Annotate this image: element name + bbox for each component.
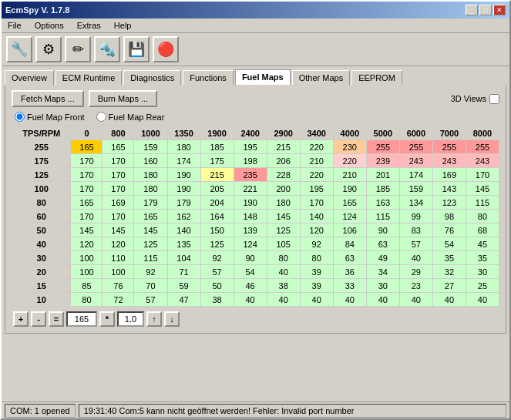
fuel-map-front-radio[interactable]: Fuel Map Front [15,112,85,122]
table-cell[interactable]: 160 [134,154,167,168]
table-cell[interactable]: 92 [200,251,234,265]
table-cell[interactable]: 120 [300,223,333,237]
table-cell[interactable]: 170 [103,182,134,196]
table-cell[interactable]: 170 [103,210,134,223]
table-cell[interactable]: 40 [234,293,267,307]
table-cell[interactable]: 190 [167,168,200,182]
table-cell[interactable]: 170 [300,196,333,210]
table-cell[interactable]: 84 [333,237,366,251]
table-cell[interactable]: 106 [333,223,366,237]
table-cell[interactable]: 40 [267,265,300,279]
table-cell[interactable]: 170 [71,168,103,182]
table-cell[interactable]: 148 [234,210,267,223]
table-cell[interactable]: 230 [333,140,366,154]
table-cell[interactable]: 23 [399,279,432,293]
table-cell[interactable]: 174 [399,168,432,182]
table-cell[interactable]: 125 [134,237,167,251]
table-cell[interactable]: 38 [200,293,234,307]
tab-eeprom[interactable]: EEPROM [351,70,402,85]
table-cell[interactable]: 59 [167,279,200,293]
table-cell[interactable]: 120 [71,237,103,251]
table-cell[interactable]: 255 [466,140,499,154]
table-cell[interactable]: 50 [200,279,234,293]
menu-options[interactable]: Options [30,20,69,31]
table-cell[interactable]: 205 [200,182,234,196]
table-cell[interactable]: 140 [167,223,200,237]
table-cell[interactable]: 180 [134,182,167,196]
table-cell[interactable]: 180 [167,140,200,154]
table-cell[interactable]: 35 [466,251,499,265]
tab-diagnostics[interactable]: Diagnostics [123,70,181,85]
table-cell[interactable]: 40 [333,293,366,307]
minus-button[interactable]: - [31,311,46,327]
tab-fuel-maps[interactable]: Fuel Maps [235,69,291,85]
table-cell[interactable]: 72 [103,293,134,307]
table-cell[interactable]: 220 [333,154,366,168]
table-cell[interactable]: 159 [134,140,167,154]
tab-overview[interactable]: Overview [5,70,54,85]
table-cell[interactable]: 165 [333,196,366,210]
table-cell[interactable]: 143 [432,182,466,196]
table-cell[interactable]: 165 [134,210,167,223]
table-cell[interactable]: 170 [71,182,103,196]
table-cell[interactable]: 221 [234,182,267,196]
table-cell[interactable]: 115 [366,210,399,223]
table-cell[interactable]: 80 [71,293,103,307]
table-cell[interactable]: 85 [71,279,103,293]
table-cell[interactable]: 170 [103,154,134,168]
table-cell[interactable]: 179 [134,196,167,210]
table-cell[interactable]: 165 [103,140,134,154]
table-cell[interactable]: 239 [366,154,399,168]
table-cell[interactable]: 170 [103,168,134,182]
table-cell[interactable]: 175 [200,154,234,168]
menu-extras[interactable]: Extras [72,20,106,31]
table-cell[interactable]: 115 [134,251,167,265]
table-cell[interactable]: 139 [234,223,267,237]
table-cell[interactable]: 215 [267,140,300,154]
table-cell[interactable]: 170 [71,154,103,168]
wrench-button[interactable]: 🔧 [6,36,32,62]
table-cell[interactable]: 204 [200,196,234,210]
table-cell[interactable]: 76 [432,223,466,237]
table-cell[interactable]: 40 [399,251,432,265]
table-cell[interactable]: 90 [234,251,267,265]
table-cell[interactable]: 100 [71,251,103,265]
table-cell[interactable]: 228 [267,168,300,182]
multiply-button[interactable]: * [99,311,115,327]
table-cell[interactable]: 243 [432,154,466,168]
table-cell[interactable]: 169 [432,168,466,182]
table-cell[interactable]: 165 [71,140,103,154]
table-cell[interactable]: 169 [103,196,134,210]
table-cell[interactable]: 38 [267,279,300,293]
table-cell[interactable]: 54 [432,237,466,251]
table-cell[interactable]: 145 [134,223,167,237]
table-cell[interactable]: 210 [333,168,366,182]
table-cell[interactable]: 40 [366,293,399,307]
plus-button[interactable]: + [13,311,29,327]
3d-views-checkbox[interactable] [489,94,499,104]
table-cell[interactable]: 83 [399,223,432,237]
table-cell[interactable]: 123 [432,196,466,210]
table-cell[interactable]: 206 [267,154,300,168]
table-cell[interactable]: 220 [300,140,333,154]
table-cell[interactable]: 80 [300,251,333,265]
table-cell[interactable]: 27 [432,279,466,293]
table-cell[interactable]: 190 [333,182,366,196]
table-cell[interactable]: 180 [134,168,167,182]
table-cell[interactable]: 32 [432,265,466,279]
table-cell[interactable]: 215 [200,168,234,182]
table-cell[interactable]: 80 [267,251,300,265]
table-cell[interactable]: 145 [71,223,103,237]
table-cell[interactable]: 255 [399,140,432,154]
table-cell[interactable]: 243 [466,154,499,168]
table-cell[interactable]: 110 [103,251,134,265]
table-cell[interactable]: 135 [167,237,200,251]
down-arrow-button[interactable]: ↓ [164,311,180,327]
pipe-button[interactable]: 🔩 [94,36,120,62]
table-cell[interactable]: 195 [234,140,267,154]
table-cell[interactable]: 201 [366,168,399,182]
table-cell[interactable]: 164 [200,210,234,223]
table-cell[interactable]: 54 [234,265,267,279]
table-cell[interactable]: 71 [167,265,200,279]
up-arrow-button[interactable]: ↑ [146,311,162,327]
